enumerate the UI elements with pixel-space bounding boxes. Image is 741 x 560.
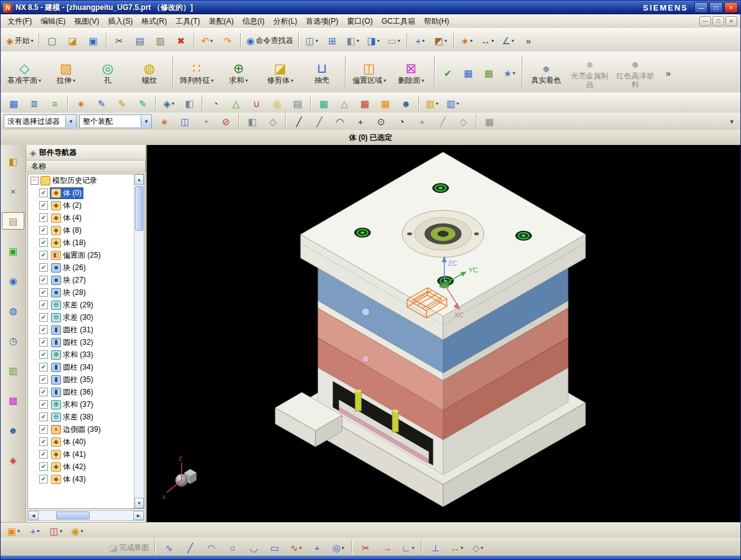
feature-checkbox-checked[interactable]: ✔ xyxy=(39,425,48,434)
tree-item[interactable]: ▮圆柱 (32) xyxy=(50,337,95,348)
tree-row[interactable]: ✔▮圆柱 (35) xyxy=(28,373,134,386)
feature-checkbox-checked[interactable]: ✔ xyxy=(39,400,48,409)
dropdown-arrow-icon[interactable]: ▾ xyxy=(470,38,473,44)
dropdown-arrow-icon[interactable]: ▾ xyxy=(291,78,293,83)
tree-item[interactable]: ■块 (26) xyxy=(50,262,88,274)
toolbar-options-arrow[interactable]: ▾ xyxy=(730,118,737,126)
redo-button[interactable]: ↷ xyxy=(218,32,238,49)
close-button[interactable]: × xyxy=(724,2,738,13)
scroll-thumb[interactable] xyxy=(56,511,90,520)
dropdown-arrow-icon[interactable]: ▾ xyxy=(398,38,400,44)
tree-row[interactable]: ✔◆体 (41) xyxy=(28,448,134,460)
menu-help[interactable]: 帮助(H) xyxy=(420,14,454,29)
make-corner-button[interactable]: ∟▾ xyxy=(398,539,418,556)
start-button[interactable]: ◈开始▾ xyxy=(4,32,36,49)
menu-tools[interactable]: 工具(T) xyxy=(171,14,204,29)
feature-checkbox-checked[interactable]: ✔ xyxy=(39,313,48,322)
scroll-down-icon[interactable]: ▼ xyxy=(135,498,144,508)
tree-horizontal-scrollbar[interactable]: ◀ ▶ xyxy=(27,510,144,521)
sketch-task-button[interactable]: ▣▾ xyxy=(4,522,24,539)
scroll-thumb[interactable] xyxy=(135,186,143,231)
mdi-close-button[interactable]: × xyxy=(725,16,737,26)
tree-vertical-scrollbar[interactable]: ▲ ▼ xyxy=(134,174,144,508)
dropdown-arrow-icon[interactable]: ▾ xyxy=(445,38,447,44)
mdi-restore-button[interactable]: □ xyxy=(712,16,724,26)
dropdown-arrow-icon[interactable]: ▾ xyxy=(412,545,415,551)
measure-distance-button[interactable]: ↔▾ xyxy=(478,32,498,49)
tree-row[interactable]: ✔⊕求和 (37) xyxy=(28,398,134,411)
circle-button[interactable]: ○ xyxy=(222,539,242,556)
hd3d-tools-tab[interactable]: ◉ xyxy=(2,272,24,289)
scroll-track[interactable] xyxy=(39,511,133,520)
command-finder-button[interactable]: ◉命令查找器 xyxy=(244,32,296,49)
dropdown-arrow-icon[interactable]: ▾ xyxy=(342,545,344,551)
feature-checkbox-checked[interactable]: ✔ xyxy=(39,413,48,421)
datum-plane-button[interactable]: ◇基准平面▾ xyxy=(4,53,45,93)
auto-dimension-button[interactable]: ↔▾ xyxy=(446,539,466,556)
scroll-right-icon[interactable]: ▶ xyxy=(133,511,144,520)
shaded-locate-button[interactable]: ◧ xyxy=(242,113,262,130)
tree-row[interactable]: ✔⊖求差 (30) xyxy=(28,311,134,324)
user-group-button[interactable]: ☻ xyxy=(396,95,416,112)
toolbar-overflow-chevron[interactable]: » xyxy=(519,32,539,49)
snap-intersection-button[interactable]: + xyxy=(351,113,370,130)
tree-row[interactable]: ✔◆体 (43) xyxy=(28,473,134,485)
highlight-select-button[interactable]: ◔ xyxy=(196,113,215,130)
undo-button[interactable]: ↶▾ xyxy=(197,32,217,49)
select-all-button[interactable]: ◫ xyxy=(175,113,195,130)
dropdown-arrow-icon[interactable]: ▾ xyxy=(245,78,248,83)
feature-checkbox-checked[interactable]: ✔ xyxy=(39,276,48,284)
check-feature-button[interactable]: ✔ xyxy=(438,64,458,82)
tree-row[interactable]: ✔⊖求差 (29) xyxy=(28,299,134,311)
tree-row[interactable]: ✔▮圆柱 (34) xyxy=(28,361,134,373)
restore-button[interactable]: □ xyxy=(709,2,723,13)
menu-preferences[interactable]: 首选项(P) xyxy=(301,14,342,29)
delete-face-button[interactable]: ⊠删除面▾ xyxy=(390,53,432,93)
dropdown-arrow-icon[interactable]: ▾ xyxy=(461,545,463,551)
tree-item[interactable]: ▮圆柱 (34) xyxy=(50,362,95,373)
tree-item[interactable]: ◗边倒圆 (39) xyxy=(50,424,103,436)
tree-item[interactable]: ⊖求差 (38) xyxy=(50,411,95,423)
tree-item[interactable]: ◆体 (42) xyxy=(50,461,88,473)
dropdown-arrow-icon[interactable]: ▾ xyxy=(384,78,386,83)
analysis-triangle-button[interactable]: △ xyxy=(226,95,246,112)
new-file-button[interactable]: ▢ xyxy=(42,32,62,49)
snap-existing-point-button[interactable]: + xyxy=(412,113,432,130)
dropdown-arrow-icon[interactable]: ▾ xyxy=(436,101,438,106)
snap-endpoint-button[interactable]: ╱ xyxy=(289,113,309,130)
tree-folder-row[interactable]: −模型历史记录 xyxy=(28,174,134,187)
menu-file[interactable]: 文件(F) xyxy=(3,14,36,29)
dropdown-arrow-icon[interactable]: ▾ xyxy=(422,38,425,44)
dropdown-arrow-icon[interactable]: ▾ xyxy=(17,528,20,534)
hole-button[interactable]: ◎孔 xyxy=(87,53,128,93)
orient-view-button[interactable]: ◧▾ xyxy=(343,32,363,49)
palettes-tab[interactable]: ▩ xyxy=(2,391,24,409)
graphics-viewport[interactable]: ZC YC XC X Z xyxy=(147,145,740,522)
tree-item[interactable]: ■块 (27) xyxy=(50,274,88,286)
measure-angle-button[interactable]: ∠▾ xyxy=(498,32,518,49)
menu-insert[interactable]: 插入(S) xyxy=(103,14,137,29)
dropdown-arrow-icon[interactable]: ▾ xyxy=(316,38,318,44)
open-button[interactable]: ◪ xyxy=(63,32,83,49)
quick-extend-button[interactable]: → xyxy=(377,539,397,556)
collapse-icon[interactable]: − xyxy=(31,177,39,185)
tree-item[interactable]: ⊖求差 (29) xyxy=(50,299,95,311)
tree-row[interactable]: ✔■块 (28) xyxy=(28,286,134,299)
dropdown-arrow-icon[interactable]: ▼ xyxy=(141,116,151,127)
red-gloss-plastic-button[interactable]: ●红色高泽塑料 xyxy=(613,53,658,93)
expression-table-button[interactable]: ▦ xyxy=(458,64,478,82)
studio-spline-button[interactable]: ∿▾ xyxy=(286,539,306,556)
dropdown-arrow-icon[interactable]: ▾ xyxy=(511,38,514,44)
dropdown-arrow-icon[interactable]: ▾ xyxy=(456,101,459,106)
tolerance-button[interactable]: △ xyxy=(334,95,354,112)
feature-checkbox-checked[interactable]: ✔ xyxy=(39,263,48,272)
offset-curve-button[interactable]: ◎▾ xyxy=(328,539,348,556)
tree-row[interactable]: ✔◆体 (2) xyxy=(28,199,134,212)
immediate-hide-pencil-button[interactable]: ✎ xyxy=(133,95,153,112)
reuse-library-gold-button[interactable]: ▥▾ xyxy=(422,95,442,112)
arc-button[interactable]: ◠ xyxy=(201,539,221,556)
show-hide-pencil-button[interactable]: ✎ xyxy=(112,95,132,112)
tree-item[interactable]: ◆体 (2) xyxy=(50,200,83,212)
menu-edit[interactable]: 编辑(E) xyxy=(36,14,70,29)
tree-row[interactable]: ✔▮圆柱 (32) xyxy=(28,336,134,348)
